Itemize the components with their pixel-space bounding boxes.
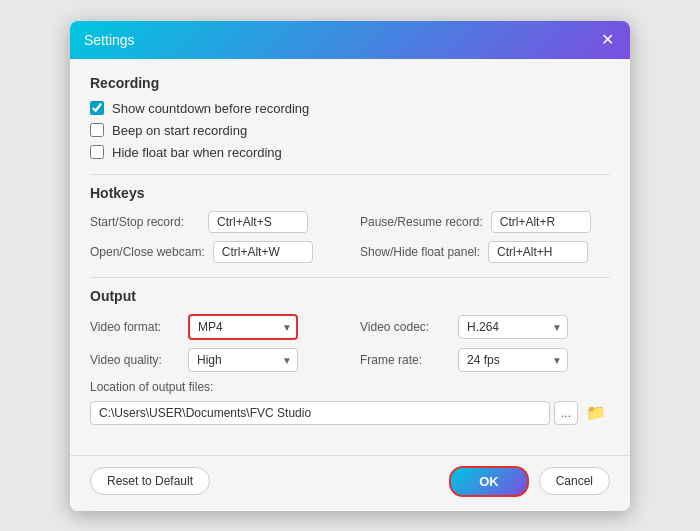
floatpanel-input[interactable] — [488, 241, 588, 263]
startstop-input[interactable] — [208, 211, 308, 233]
video-quality-select[interactable]: High Medium Low — [188, 348, 298, 372]
pauseresume-input[interactable] — [491, 211, 591, 233]
divider-1 — [90, 174, 610, 175]
frame-rate-label: Frame rate: — [360, 353, 450, 367]
startstop-label: Start/Stop record: — [90, 215, 200, 229]
beep-label: Beep on start recording — [112, 123, 247, 138]
output-row-quality: Video quality: High Medium Low ▼ — [90, 348, 340, 372]
hotkey-row-webcam: Open/Close webcam: — [90, 241, 340, 263]
output-section-title: Output — [90, 288, 610, 304]
video-quality-wrapper: High Medium Low ▼ — [188, 348, 298, 372]
floatbar-checkbox[interactable] — [90, 145, 104, 159]
location-row: ... 📁 — [90, 399, 610, 427]
hotkey-row-startstop: Start/Stop record: — [90, 211, 340, 233]
pauseresume-label: Pause/Resume record: — [360, 215, 483, 229]
video-codec-wrapper: H.264 H.265 MPEG-4 ▼ — [458, 315, 568, 339]
checkbox-row-beep: Beep on start recording — [90, 123, 610, 138]
countdown-label: Show countdown before recording — [112, 101, 309, 116]
video-quality-label: Video quality: — [90, 353, 180, 367]
output-section: Output Video format: MP4 MOV AVI FLV TS … — [90, 288, 610, 427]
recording-section-title: Recording — [90, 75, 610, 91]
hotkey-row-floatpanel: Show/Hide float panel: — [360, 241, 610, 263]
webcam-input[interactable] — [213, 241, 313, 263]
hotkeys-section: Hotkeys Start/Stop record: Pause/Resume … — [90, 185, 610, 263]
recording-section: Recording Show countdown before recordin… — [90, 75, 610, 160]
floatpanel-label: Show/Hide float panel: — [360, 245, 480, 259]
frame-rate-select[interactable]: 24 fps 30 fps 60 fps — [458, 348, 568, 372]
divider-2 — [90, 277, 610, 278]
dialog-body: Recording Show countdown before recordin… — [70, 59, 630, 455]
video-format-select[interactable]: MP4 MOV AVI FLV TS GIF — [188, 314, 298, 340]
location-input[interactable] — [90, 401, 550, 425]
video-codec-label: Video codec: — [360, 320, 450, 334]
hotkey-row-pauseresume: Pause/Resume record: — [360, 211, 610, 233]
output-row-framerate: Frame rate: 24 fps 30 fps 60 fps ▼ — [360, 348, 610, 372]
dialog-title: Settings — [84, 32, 135, 48]
webcam-label: Open/Close webcam: — [90, 245, 205, 259]
output-grid: Video format: MP4 MOV AVI FLV TS GIF ▼ — [90, 314, 610, 372]
folder-icon[interactable]: 📁 — [582, 399, 610, 427]
close-button[interactable]: ✕ — [598, 31, 616, 49]
footer-right: OK Cancel — [449, 466, 610, 497]
frame-rate-wrapper: 24 fps 30 fps 60 fps ▼ — [458, 348, 568, 372]
cancel-button[interactable]: Cancel — [539, 467, 610, 495]
video-format-label: Video format: — [90, 320, 180, 334]
checkbox-row-floatbar: Hide float bar when recording — [90, 145, 610, 160]
ok-button[interactable]: OK — [449, 466, 529, 497]
checkbox-row-countdown: Show countdown before recording — [90, 101, 610, 116]
video-format-wrapper: MP4 MOV AVI FLV TS GIF ▼ — [188, 314, 298, 340]
hotkeys-section-title: Hotkeys — [90, 185, 610, 201]
title-bar: Settings ✕ — [70, 21, 630, 59]
reset-button[interactable]: Reset to Default — [90, 467, 210, 495]
output-row-format: Video format: MP4 MOV AVI FLV TS GIF ▼ — [90, 314, 340, 340]
video-codec-select[interactable]: H.264 H.265 MPEG-4 — [458, 315, 568, 339]
hotkeys-grid: Start/Stop record: Pause/Resume record: … — [90, 211, 610, 263]
dialog-footer: Reset to Default OK Cancel — [70, 455, 630, 511]
floatbar-label: Hide float bar when recording — [112, 145, 282, 160]
beep-checkbox[interactable] — [90, 123, 104, 137]
location-label: Location of output files: — [90, 380, 610, 394]
settings-dialog: Settings ✕ Recording Show countdown befo… — [70, 21, 630, 511]
output-row-codec: Video codec: H.264 H.265 MPEG-4 ▼ — [360, 314, 610, 340]
countdown-checkbox[interactable] — [90, 101, 104, 115]
location-dots-button[interactable]: ... — [554, 401, 578, 425]
